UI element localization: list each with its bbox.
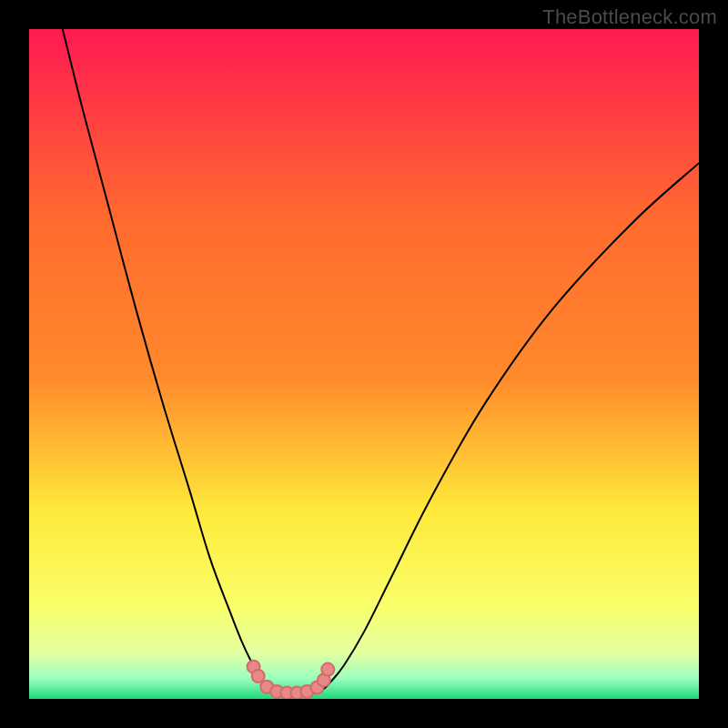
chart-plot-area xyxy=(29,29,699,699)
watermark-text: TheBottleneck.com xyxy=(542,5,717,29)
chart-svg xyxy=(29,29,699,699)
valley-point xyxy=(321,663,334,676)
valley-point xyxy=(252,670,265,682)
gradient-background xyxy=(29,29,699,699)
